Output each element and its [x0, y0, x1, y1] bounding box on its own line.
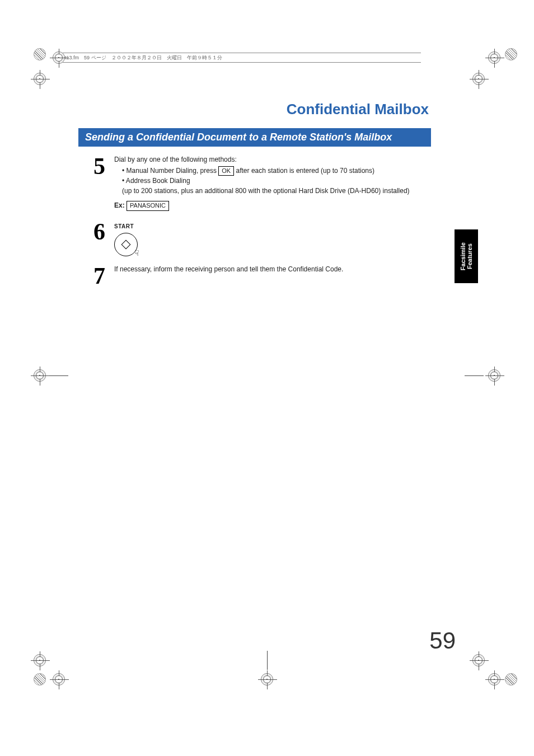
register-mark-bc [261, 673, 273, 685]
step-body: If necessary, inform the receiving perso… [114, 264, 431, 275]
start-button-circle: ☟ [114, 233, 138, 256]
bullet-text-pre: • Manual Number Dialing, press [122, 167, 218, 175]
step-6: 6 START ☟ [78, 220, 431, 256]
step-number: 6 [78, 220, 114, 243]
side-tab-line1: Facsimile [460, 242, 466, 270]
file-header-text: t13.fm 59 ページ ２００２年８月２０日 火曜日 午前９時５１分 [65, 54, 222, 62]
side-tab-line2: Features [466, 243, 473, 269]
register-mark-bl [53, 673, 65, 685]
register-mark-br2 [472, 654, 485, 666]
bullet-item: • Address Book Dialing (up to 200 statio… [122, 176, 431, 196]
bullet-item: • Manual Number Dialing, press OK after … [122, 166, 431, 176]
page-content: Confidential Mailbox Sending a Confident… [78, 101, 431, 295]
register-mark-hatch-tl [34, 48, 46, 60]
register-mark-mr [488, 369, 500, 382]
register-mark-br [488, 673, 500, 685]
register-tick-mr [465, 375, 484, 376]
step-intro: Dial by any one of the following methods… [114, 154, 431, 165]
bullet-text-a: • Address Book Dialing [122, 177, 190, 185]
step-text: If necessary, inform the receiving perso… [114, 264, 431, 274]
register-mark-bl2 [34, 654, 46, 666]
step-body: Dial by any one of the following methods… [114, 154, 431, 212]
side-tab-text: Facsimile Features [460, 242, 473, 270]
start-button-graphic: START ☟ [114, 222, 431, 256]
section-heading: Sending a Confidential Document to a Rem… [78, 128, 431, 147]
step-body: START ☟ [114, 220, 431, 256]
side-tab: Facsimile Features [455, 229, 478, 283]
chapter-title: Confidential Mailbox [78, 101, 431, 118]
ok-key-box: OK [218, 166, 234, 176]
register-mark-hatch-br [505, 673, 517, 685]
step-5: 5 Dial by any one of the following metho… [78, 154, 431, 212]
start-label: START [114, 222, 431, 231]
example-value-box: PANASONIC [127, 201, 169, 210]
example-line: Ex: PANASONIC [114, 200, 431, 210]
register-mark-tr [488, 51, 500, 64]
page-number: 59 [429, 627, 456, 654]
step-7: 7 If necessary, inform the receiving per… [78, 264, 431, 288]
bullet-text-b: (up to 200 stations, plus an additional … [122, 187, 410, 195]
file-header-strip: t13.fm 59 ページ ２００２年８月２０日 火曜日 午前９時５１分 [63, 53, 421, 63]
register-tick-ml [49, 375, 68, 376]
bullet-text-post: after each station is entered (up to 70 … [236, 167, 374, 175]
register-mark-hatch-bl [34, 673, 46, 685]
example-label: Ex: [114, 201, 125, 209]
start-diamond-icon [121, 240, 131, 249]
register-tick-bc [267, 651, 268, 670]
register-mark-hatch-tr [505, 48, 517, 60]
step-number: 5 [78, 154, 114, 178]
press-hand-icon: ☟ [134, 247, 139, 259]
register-mark-ml [34, 369, 46, 382]
register-mark-left [34, 73, 46, 85]
step-number: 7 [78, 264, 114, 288]
register-mark-right [472, 73, 485, 85]
